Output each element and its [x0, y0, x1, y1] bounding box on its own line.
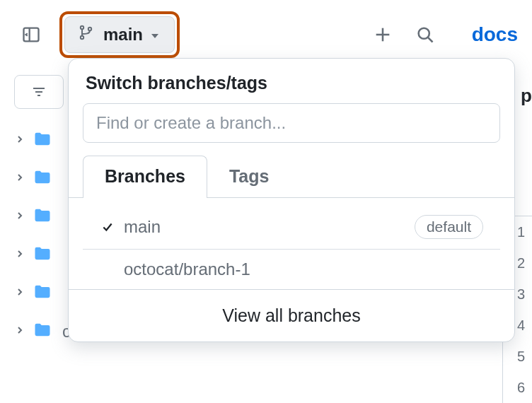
- line-number: 5: [503, 341, 532, 372]
- docs-link[interactable]: docs: [472, 23, 518, 46]
- right-panel-heading-fragment: p: [521, 85, 532, 107]
- default-badge: default: [415, 215, 483, 239]
- branch-switcher-dropdown: Switch branches/tags Branches Tags main …: [68, 58, 515, 342]
- tab-branches[interactable]: Branches: [83, 156, 207, 198]
- sidebar-toggle-button[interactable]: [17, 21, 45, 49]
- add-button[interactable]: [367, 19, 398, 50]
- search-button[interactable]: [410, 19, 441, 50]
- folder-icon: [33, 244, 52, 267]
- svg-point-7: [418, 28, 429, 39]
- branch-list-item[interactable]: octocat/branch-1: [83, 250, 500, 289]
- filter-button[interactable]: [14, 75, 64, 109]
- folder-icon: [33, 129, 52, 152]
- branch-name: octocat/branch-1: [124, 259, 250, 279]
- branch-selector-highlight: main: [59, 11, 180, 58]
- chevron-right-icon: [14, 286, 25, 300]
- chevron-right-icon: [14, 248, 25, 262]
- chevron-right-icon: [14, 172, 25, 186]
- chevron-right-icon: [14, 325, 25, 339]
- folder-icon: [33, 320, 52, 343]
- chevron-right-icon: [14, 134, 25, 148]
- view-all-branches-link[interactable]: View all branches: [69, 289, 514, 341]
- branch-list-item[interactable]: main default: [83, 205, 500, 250]
- check-icon: [100, 221, 115, 233]
- folder-icon: [33, 206, 52, 228]
- dropdown-title: Switch branches/tags: [69, 59, 514, 103]
- git-branch-icon: [78, 24, 95, 45]
- chevron-right-icon: [14, 210, 25, 224]
- branch-name: main: [124, 217, 161, 237]
- tab-tags[interactable]: Tags: [207, 156, 291, 198]
- branch-search-input[interactable]: [83, 103, 500, 143]
- branch-selector-label: main: [103, 25, 143, 45]
- folder-icon: [33, 282, 52, 305]
- svg-point-4: [88, 28, 91, 30]
- line-number: 6: [503, 372, 532, 403]
- svg-line-8: [428, 37, 432, 42]
- branch-selector-button[interactable]: main: [64, 16, 175, 53]
- svg-point-2: [81, 26, 83, 29]
- caret-down-icon: [151, 34, 158, 38]
- svg-point-3: [81, 36, 83, 39]
- folder-icon: [33, 168, 52, 190]
